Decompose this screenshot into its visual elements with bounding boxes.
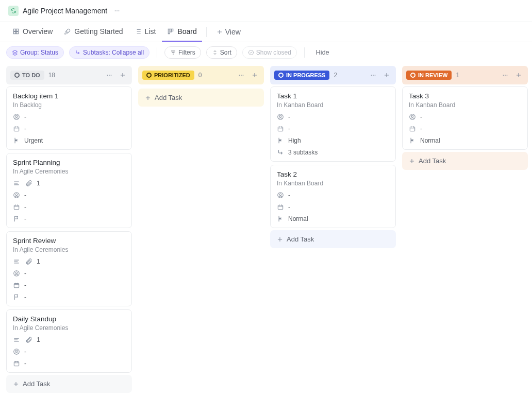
card-date-row[interactable]: -	[13, 203, 125, 211]
date-value: -	[24, 282, 26, 289]
priority-value: High	[288, 137, 301, 144]
column-add-button[interactable]	[118, 70, 128, 80]
plus-icon	[408, 158, 415, 165]
flag-icon	[277, 137, 284, 144]
status-chip[interactable]: IN REVIEW	[406, 71, 452, 80]
assignee-value: -	[24, 270, 26, 277]
project-icon	[8, 6, 19, 16]
add-view-label: View	[225, 28, 241, 36]
status-ring-icon	[278, 73, 284, 78]
task-card[interactable]: Task 3 In Kanban Board --Normal	[402, 86, 528, 150]
attachment-icon	[25, 180, 32, 187]
tab-getting[interactable]: Getting Started	[59, 22, 128, 42]
card-subtasks-row[interactable]: 3 subtasks	[277, 149, 389, 156]
plus-icon	[144, 94, 152, 101]
task-card[interactable]: Task 1 In Kanban Board --High3 subtasks	[270, 86, 396, 162]
project-more-button[interactable]	[111, 5, 123, 16]
card-meta-row: 1	[13, 180, 125, 187]
card-priority-row[interactable]: Normal	[277, 215, 389, 222]
add-view-button[interactable]: View	[211, 23, 246, 41]
status-chip[interactable]: IN PROGRESS	[274, 71, 329, 80]
show-closed-pill[interactable]: Show closed	[242, 46, 297, 59]
column-add-button[interactable]	[250, 70, 260, 80]
hide-button[interactable]: Hide	[312, 47, 334, 58]
card-title: Task 3	[409, 92, 521, 100]
card-title: Task 1	[277, 92, 389, 100]
column-add-button[interactable]	[381, 70, 392, 80]
card-meta-row: 1	[13, 336, 125, 343]
column-more-button[interactable]	[368, 70, 378, 80]
column-header: IN PROGRESS 2	[270, 66, 396, 84]
user-icon	[13, 192, 20, 199]
card-priority-row[interactable]: Urgent	[13, 137, 125, 144]
card-date-row[interactable]: -	[13, 282, 125, 289]
column-more-button[interactable]	[500, 70, 510, 80]
add-task-label: Add Task	[419, 157, 446, 165]
card-location: In Kanban Board	[409, 101, 521, 109]
card-priority-row[interactable]: -	[13, 293, 125, 301]
card-assignee-row[interactable]: -	[13, 270, 125, 277]
card-list: Task 3 In Kanban Board --Normal	[402, 86, 528, 150]
card-assignee-row[interactable]: -	[277, 113, 389, 120]
task-card[interactable]: Sprint Review In Agile Ceremonies 1---	[6, 231, 132, 306]
card-title: Sprint Planning	[13, 159, 125, 166]
add-task-button[interactable]: Add Task	[270, 230, 396, 248]
card-date-row[interactable]: -	[13, 125, 125, 132]
tab-label: Board	[177, 27, 196, 36]
add-task-button[interactable]: Add Task	[6, 375, 132, 393]
calendar-icon	[409, 125, 416, 132]
date-value: -	[24, 360, 26, 367]
column-more-button[interactable]	[104, 70, 114, 80]
card-assignee-row[interactable]: -	[409, 113, 521, 120]
card-assignee-row[interactable]: -	[13, 113, 125, 120]
status-chip[interactable]: PRIORITIZED	[142, 71, 194, 80]
card-date-row[interactable]: -	[409, 125, 521, 132]
filter-separator	[304, 47, 305, 58]
add-task-button[interactable]: Add Task	[138, 89, 264, 107]
task-card[interactable]: Backlog item 1 In Backlog --Urgent	[6, 86, 132, 150]
card-date-row[interactable]: -	[277, 125, 389, 132]
column-add-button[interactable]	[513, 70, 524, 80]
sort-pill[interactable]: Sort	[206, 46, 237, 59]
priority-value: Normal	[420, 137, 440, 144]
card-date-row[interactable]: -	[13, 360, 125, 367]
card-date-row[interactable]: -	[277, 203, 389, 211]
task-card[interactable]: Sprint Planning In Agile Ceremonies 1---	[6, 153, 132, 228]
calendar-icon	[13, 125, 20, 132]
top-bar: Agile Project Management	[0, 0, 532, 22]
tab-overview[interactable]: Overview	[7, 22, 58, 42]
hide-label: Hide	[316, 49, 329, 56]
card-priority-row[interactable]: -	[13, 215, 125, 222]
card-assignee-row[interactable]: -	[13, 192, 125, 199]
tab-list[interactable]: List	[129, 22, 161, 42]
date-value: -	[24, 203, 26, 211]
add-task-button[interactable]: Add Task	[402, 152, 528, 170]
assignee-value: -	[24, 192, 26, 199]
subtasks-pill[interactable]: Subtasks: Collapse all	[69, 46, 149, 59]
task-card[interactable]: Task 2 In Kanban Board --Normal	[270, 165, 396, 228]
filter-separator	[157, 47, 157, 58]
card-title: Backlog item 1	[13, 92, 125, 100]
plus-icon	[216, 28, 223, 36]
card-list: Task 1 In Kanban Board --High3 subtasks …	[270, 86, 396, 228]
status-chip[interactable]: TO DO	[10, 71, 44, 80]
card-assignee-row[interactable]: -	[277, 192, 389, 199]
assignee-value: -	[288, 113, 290, 120]
column-more-button[interactable]	[236, 70, 246, 80]
user-icon	[277, 192, 284, 199]
group-pill[interactable]: Group: Status	[6, 46, 64, 59]
calendar-icon	[277, 203, 284, 211]
subtasks-value: 3 subtasks	[288, 149, 318, 156]
getting-icon	[64, 28, 71, 35]
tab-board[interactable]: Board	[162, 22, 202, 42]
card-priority-row[interactable]: Normal	[409, 137, 521, 144]
task-card[interactable]: Daily Standup In Agile Ceremonies 1--	[6, 309, 132, 373]
add-task-label: Add Task	[287, 235, 314, 243]
card-assignee-row[interactable]: -	[13, 348, 125, 355]
card-priority-row[interactable]: High	[277, 137, 389, 144]
calendar-icon	[13, 360, 20, 367]
flag-icon	[409, 137, 416, 144]
card-location: In Agile Ceremonies	[13, 246, 125, 253]
filters-pill[interactable]: Filters	[164, 46, 201, 59]
calendar-icon	[13, 282, 20, 289]
